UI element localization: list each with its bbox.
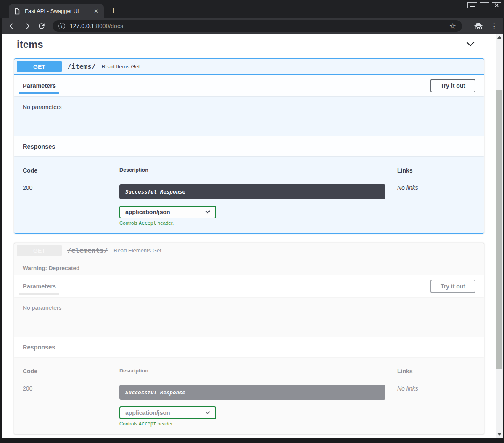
tab-strip: Fast API - Swagger UI ✕ + [0, 0, 504, 18]
response-code: 200 [23, 179, 119, 226]
chevron-down-icon [205, 411, 210, 414]
method-badge: GET [17, 61, 62, 72]
document-icon [14, 8, 21, 15]
media-type-select[interactable]: application/json [119, 406, 216, 419]
swagger-page: items GET /items/ Read Items Get Paramet… [2, 34, 503, 438]
code-column-header: Code [23, 167, 119, 179]
no-parameters-text: No parameters [23, 104, 62, 110]
back-icon [8, 22, 16, 30]
responses-body: Code Description Links 200 Successful Re… [14, 357, 484, 434]
forward-icon [23, 22, 31, 30]
accept-note-mono: Accept [139, 220, 156, 226]
responses-table: Code Description Links 200 Successful Re… [23, 167, 484, 226]
responses-header: Responses [14, 337, 484, 357]
parameters-header: Parameters Try it out [14, 75, 484, 96]
links-column-header: Links [397, 368, 484, 380]
scroll-up-arrow-icon[interactable] [497, 36, 501, 39]
parameters-tab[interactable]: Parameters [23, 75, 56, 96]
responses-title: Responses [23, 143, 55, 150]
page-content: items GET /items/ Read Items Get Paramet… [2, 34, 496, 438]
reload-icon [37, 22, 46, 30]
window-controls [467, 2, 501, 8]
reload-button[interactable] [35, 22, 48, 30]
parameters-body: No parameters [14, 96, 484, 136]
accept-note-mono: Accept [139, 421, 156, 427]
page-scrollbar[interactable] [496, 34, 503, 438]
response-links: No links [397, 380, 484, 427]
description-column-header: Description [119, 167, 397, 179]
menu-kebab-icon[interactable]: ⋮ [491, 23, 498, 30]
maximize-icon [483, 4, 486, 7]
parameters-tab[interactable]: Parameters [23, 275, 56, 297]
operation-summary[interactable]: GET /elements/ Read Elements Get [14, 243, 484, 258]
browser-toolbar: i 127.0.0.1:8000/docs ☆ ⋮ [2, 18, 503, 34]
response-links: No links [397, 179, 484, 226]
close-icon [495, 3, 499, 7]
responses-header: Responses [14, 136, 484, 156]
description-column-header: Description [119, 368, 397, 380]
operation-path: /elements/ [67, 246, 108, 254]
response-description-cell: Successful Response application/json Con… [119, 179, 397, 226]
no-parameters-text: No parameters [23, 304, 62, 311]
media-type-select[interactable]: application/json [119, 206, 216, 218]
responses-table: Code Description Links 200 Successful Re… [23, 368, 484, 427]
site-info-icon[interactable]: i [58, 23, 65, 29]
url-path: :8000/docs [94, 23, 123, 29]
response-description-cell: Successful Response application/json Con… [119, 380, 397, 427]
url-text: 127.0.0.1:8000/docs [70, 23, 123, 29]
operation-description: Read Elements Get [113, 247, 161, 254]
tab-title: Fast API - Swagger UI [25, 8, 92, 14]
forward-button[interactable] [21, 22, 33, 30]
method-badge: GET [17, 245, 62, 256]
links-column-header: Links [397, 167, 484, 179]
minimize-button[interactable] [467, 2, 477, 8]
maximize-button[interactable] [480, 2, 489, 8]
close-button[interactable] [492, 2, 501, 8]
accept-note-suffix: header. [156, 220, 174, 225]
tag-divider [17, 55, 484, 55]
media-type-value: application/json [125, 409, 170, 416]
tab-close-icon[interactable]: ✕ [92, 8, 100, 14]
accept-note-prefix: Controls [119, 220, 139, 225]
try-it-out-button[interactable]: Try it out [430, 280, 475, 293]
url-host: 127.0.0.1 [70, 23, 94, 29]
browser-window: Fast API - Swagger UI ✕ + i 127.0.0.1:80… [0, 0, 504, 443]
scrollbar-thumb[interactable] [496, 90, 502, 369]
address-bar[interactable]: i 127.0.0.1:8000/docs ☆ [53, 20, 462, 32]
tag-title: items [17, 39, 43, 50]
accept-header-note: Controls Accept header. [119, 421, 397, 427]
minimize-icon [470, 6, 475, 7]
new-tab-button[interactable]: + [111, 5, 116, 16]
media-type-value: application/json [125, 209, 170, 215]
response-description-box: Successful Response [119, 385, 385, 400]
responses-body: Code Description Links 200 Successful Re… [14, 156, 484, 233]
parameters-body: No parameters [14, 297, 484, 337]
back-button[interactable] [6, 22, 18, 30]
opblock-get-items: GET /items/ Read Items Get Parameters Tr… [14, 58, 484, 234]
collapse-chevron-icon[interactable] [466, 41, 475, 48]
code-column-header: Code [23, 368, 119, 380]
parameters-header: Parameters Try it out [14, 275, 484, 297]
accept-header-note: Controls Accept header. [119, 220, 397, 226]
operation-path: /items/ [67, 63, 95, 71]
accept-note-suffix: header. [156, 421, 174, 426]
operation-summary[interactable]: GET /items/ Read Items Get [14, 59, 484, 75]
try-it-out-button[interactable]: Try it out [430, 79, 475, 92]
accept-note-prefix: Controls [119, 421, 139, 426]
opblock-get-elements-deprecated: GET /elements/ Read Elements Get Warning… [14, 243, 484, 435]
incognito-icon [473, 21, 484, 31]
bookmark-star-icon[interactable]: ☆ [449, 22, 456, 30]
response-code: 200 [23, 380, 119, 427]
chevron-down-icon [205, 210, 210, 214]
deprecated-warning: Warning: Deprecated [14, 258, 484, 275]
browser-tab[interactable]: Fast API - Swagger UI ✕ [9, 4, 104, 18]
responses-title: Responses [23, 344, 55, 351]
scroll-down-arrow-icon[interactable] [497, 433, 501, 436]
tag-section-header[interactable]: items [14, 38, 484, 50]
response-description-box: Successful Response [119, 184, 385, 199]
operation-description: Read Items Get [101, 63, 140, 70]
